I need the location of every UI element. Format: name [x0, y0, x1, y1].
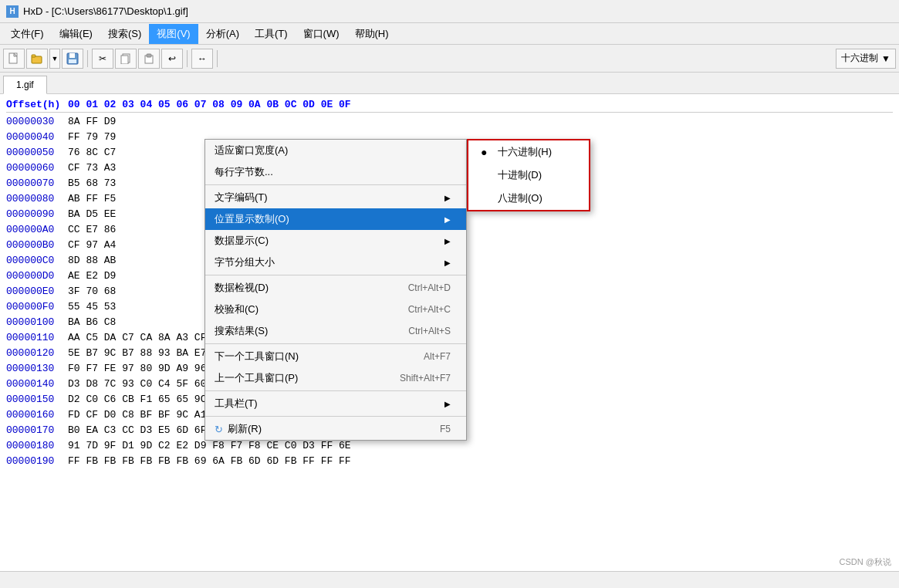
tab-gif[interactable]: 1.gif: [3, 76, 47, 94]
menu-search-results[interactable]: 搜索结果(S) Ctrl+Alt+S: [205, 320, 466, 342]
view-dropdown-menu: 适应窗口宽度(A) 每行字节数... 文字编码(T) ▶ 位置显示数制(O) ▶…: [204, 139, 467, 441]
menu-next-tool[interactable]: 下一个工具窗口(N) Alt+F7: [205, 346, 466, 367]
svg-rect-7: [121, 56, 128, 64]
submenu-dec[interactable]: 十进制(D): [468, 164, 589, 187]
menu-file[interactable]: 文件(F): [3, 24, 52, 44]
submenu-arrow-icon: ▶: [444, 194, 451, 202]
main-content: Offset(h) 00 01 02 03 04 05 06 07 08 09 …: [0, 94, 899, 588]
toolbar-hex-dropdown[interactable]: 十六进制 ▼: [836, 49, 896, 69]
toolbar-cut[interactable]: ✂: [92, 49, 113, 69]
menu-bytes-per-row[interactable]: 每行字节数...: [205, 161, 466, 183]
menu-analysis[interactable]: 分析(A): [198, 24, 247, 44]
toolbar-sep1: [87, 50, 88, 67]
menu-data-display[interactable]: 数据显示(C) ▶: [205, 230, 466, 252]
menu-help[interactable]: 帮助(H): [347, 24, 397, 44]
table-row: 00000030 8A FF D9: [6, 114, 893, 130]
menu-byte-group[interactable]: 字节分组大小 ▶: [205, 252, 466, 273]
app-icon: H: [6, 5, 19, 18]
svg-rect-5: [69, 59, 76, 63]
tab-bar: 1.gif: [0, 73, 899, 94]
toolbar: ▼ ✂ ↩ ↔ 十六进制 ▼: [0, 45, 899, 73]
menu-view[interactable]: 视图(V): [149, 24, 198, 44]
radio-unselected-icon: [481, 169, 493, 181]
toolbar-new[interactable]: [3, 49, 25, 69]
menu-prev-tool[interactable]: 上一个工具窗口(P) Shift+Alt+F7: [205, 367, 466, 389]
header-bytes: 00 01 02 03 04 05 06 07 08 09 0A 0B 0C 0…: [68, 99, 893, 110]
toolbar-sep3: [217, 50, 218, 67]
toolbar-arrow-lr[interactable]: ↔: [191, 49, 213, 69]
menu-search[interactable]: 搜索(S): [100, 24, 149, 44]
menu-window[interactable]: 窗口(W): [296, 24, 347, 44]
submenu-hex[interactable]: ● 十六进制(H): [468, 140, 589, 164]
radio-selected-icon: ●: [481, 146, 493, 158]
separator-3: [205, 343, 466, 344]
dropdown-arrow-icon: ▼: [881, 53, 891, 64]
submenu-oct[interactable]: 八进制(O): [468, 187, 589, 210]
menu-bar: 文件(F) 编辑(E) 搜索(S) 视图(V) 分析(A) 工具(T) 窗口(W…: [0, 23, 899, 45]
menu-fit-width[interactable]: 适应窗口宽度(A): [205, 140, 466, 161]
submenu-arrow-icon: ▶: [444, 237, 451, 245]
separator-1: [205, 184, 466, 185]
menu-edit[interactable]: 编辑(E): [52, 24, 100, 44]
submenu-arrow-icon: ▶: [444, 400, 451, 408]
refresh-icon: ↻: [215, 424, 223, 435]
toolbar-open[interactable]: [26, 49, 48, 69]
svg-rect-9: [147, 54, 151, 57]
menu-checksum[interactable]: 校验和(C) Ctrl+Alt+C: [205, 299, 466, 320]
menu-text-encoding[interactable]: 文字编码(T) ▶: [205, 187, 466, 208]
hex-header-row: Offset(h) 00 01 02 03 04 05 06 07 08 09 …: [6, 97, 893, 113]
menu-toolbar[interactable]: 工具栏(T) ▶: [205, 393, 466, 414]
submenu-arrow-icon: ▶: [444, 215, 451, 224]
toolbar-open-arrow[interactable]: ▼: [49, 49, 60, 69]
radio-unselected-icon: [481, 192, 493, 204]
header-offset: Offset(h): [6, 99, 68, 110]
toolbar-save[interactable]: [62, 49, 83, 69]
menu-position-display[interactable]: 位置显示数制(O) ▶: [205, 208, 466, 230]
separator-5: [205, 416, 466, 417]
status-bar: CSDN @秋说: [0, 571, 899, 588]
separator-2: [205, 275, 466, 275]
title-text: HxD - [C:\Users\86177\Desktop\1.gif]: [23, 5, 188, 17]
table-row: 00000190 FF FB FB FB FB FB FB 69 6A FB 6…: [6, 454, 893, 469]
menu-tools[interactable]: 工具(T): [247, 24, 296, 44]
table-row: 00000180 91 7D 9F D1 9D C2 E2 D9 F8 F7 F…: [6, 438, 893, 454]
toolbar-copy[interactable]: [115, 49, 137, 69]
toolbar-undo[interactable]: ↩: [161, 49, 183, 69]
svg-rect-4: [69, 53, 75, 58]
title-bar: H HxD - [C:\Users\86177\Desktop\1.gif]: [0, 0, 899, 23]
position-display-submenu: ● 十六进制(H) 十进制(D) 八进制(O): [467, 139, 590, 211]
menu-refresh[interactable]: ↻ 刷新(R) F5: [205, 418, 466, 440]
separator-4: [205, 390, 466, 391]
submenu-arrow-icon: ▶: [444, 259, 451, 267]
toolbar-sep2: [187, 50, 188, 67]
watermark-text: CSDN @秋说: [840, 556, 891, 568]
menu-data-inspect[interactable]: 数据检视(D) Ctrl+Alt+D: [205, 277, 466, 299]
toolbar-paste[interactable]: [138, 49, 160, 69]
svg-rect-2: [32, 55, 35, 57]
